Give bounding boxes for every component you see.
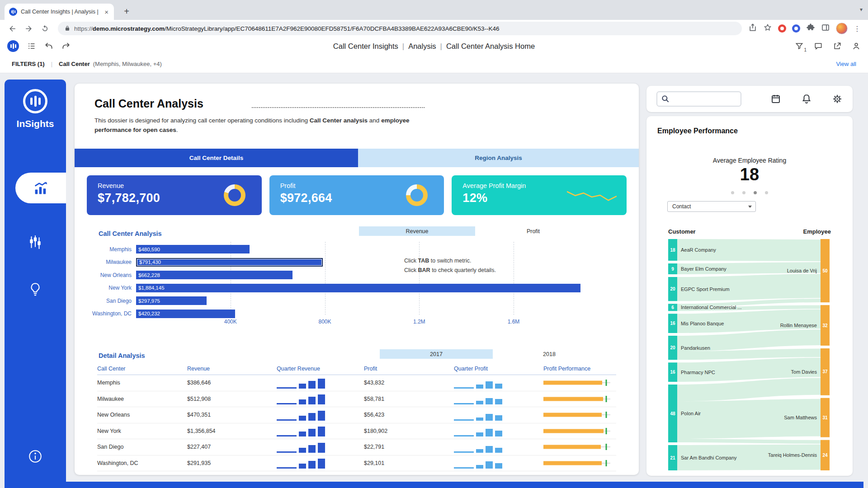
spark-bar <box>476 432 483 436</box>
bar-chart-axis-tick: 800K <box>311 319 339 325</box>
sankey-node-value: 50 <box>822 268 828 273</box>
performance-fill <box>543 461 602 465</box>
cell-profit: $56,423 <box>364 412 454 418</box>
year-toggle-2018[interactable]: 2018 <box>493 349 606 359</box>
contents-list-icon[interactable] <box>27 42 36 51</box>
browser-tabstrip: Call Center Insights | Analysis | × + ▾ <box>0 0 868 20</box>
settings-gear-icon[interactable] <box>832 94 843 104</box>
bar-chart-bar[interactable]: $480,590 <box>136 245 250 253</box>
share-page-icon[interactable] <box>748 23 757 34</box>
sankey-node-value: 20 <box>670 286 675 291</box>
bar-chart-row: San Diego$297,975 <box>75 296 639 305</box>
metric-toggle-revenue[interactable]: Revenue <box>359 226 475 236</box>
bar-chart-bar[interactable]: $1,884,145 <box>136 284 580 292</box>
bar-chart-category-label: New York <box>75 285 132 291</box>
year-toggle-2017[interactable]: 2017 <box>380 349 493 359</box>
profile-avatar[interactable] <box>836 23 848 34</box>
breadcrumb-chapter: Analysis <box>408 42 436 51</box>
extensions-puzzle-icon[interactable] <box>806 23 815 34</box>
account-icon[interactable] <box>852 42 861 51</box>
calendar-icon[interactable] <box>770 94 781 104</box>
extension-icon[interactable] <box>792 24 800 33</box>
table-column-header[interactable]: Profit <box>364 366 454 372</box>
kpi-card-profit[interactable]: Profit $972,664 <box>269 175 444 215</box>
back-button[interactable] <box>5 22 19 35</box>
new-tab-button[interactable]: + <box>120 5 133 18</box>
sankey-flow[interactable] <box>677 441 821 442</box>
browser-menu-icon[interactable]: ⋮ <box>854 24 861 33</box>
library-action-bar <box>646 86 853 112</box>
table-row[interactable]: Milwaukee$512,908$58,781 <box>97 391 616 408</box>
tab-search-caret-icon[interactable]: ▾ <box>860 6 863 13</box>
filter-values[interactable]: (Memphis, Milwaukee, +4) <box>93 61 162 67</box>
view-all-link[interactable]: View all <box>836 61 856 67</box>
carousel-dot-active[interactable] <box>754 191 757 194</box>
kpi-card-revenue[interactable]: Revenue $7,782,700 <box>87 175 262 215</box>
forward-button[interactable] <box>22 22 35 35</box>
side-panel-icon[interactable] <box>821 23 830 34</box>
filter-name[interactable]: Call Center <box>59 61 90 67</box>
share-export-icon[interactable] <box>833 42 842 51</box>
cell-profit: $58,781 <box>364 396 454 402</box>
kpi-card-avg-profit-margin[interactable]: Average Profit Margin 12% <box>452 175 627 215</box>
spark-bar <box>318 379 325 389</box>
table-column-header[interactable]: Quarter Profit <box>454 366 543 372</box>
comments-icon[interactable] <box>814 42 823 51</box>
tab-region-analysis[interactable]: Region Analysis <box>358 149 639 167</box>
performance-fill <box>543 397 603 401</box>
cell-call-center: Memphis <box>97 380 187 386</box>
table-column-header[interactable]: Call Center <box>97 366 187 372</box>
table-row[interactable]: San Diego$227,407$22,791 <box>97 439 616 455</box>
dossier-title: Call Center Analysis <box>94 97 203 110</box>
metric-toggle-profit[interactable]: Profit <box>475 226 591 236</box>
sankey-flow[interactable] <box>677 338 821 344</box>
carousel-dot[interactable] <box>765 191 768 194</box>
notifications-bell-icon[interactable] <box>801 94 812 104</box>
chart-instructions: Click TAB to switch metric. Click BAR to… <box>404 256 496 275</box>
filter-icon[interactable]: 1 <box>795 42 804 51</box>
bar-chart-bar[interactable]: $420,232 <box>136 310 235 318</box>
browser-tab[interactable]: Call Center Insights | Analysis | × <box>5 4 114 20</box>
sankey-node-value: 32 <box>822 323 828 328</box>
reload-button[interactable] <box>38 22 52 35</box>
filters-label[interactable]: FILTERS (1) <box>12 61 45 67</box>
redo-icon[interactable] <box>61 42 71 51</box>
table-row[interactable]: Washington, DC$291,935$29,101 <box>97 455 616 472</box>
table-row[interactable]: New York$1,356,854$180,902 <box>97 423 616 440</box>
sankey-flow[interactable] <box>677 386 821 393</box>
search-box[interactable] <box>656 91 741 107</box>
url-bar[interactable]: https://demo.microstrategy.com/MicroStra… <box>58 22 742 35</box>
sankey-flow[interactable] <box>677 353 821 356</box>
spark-bar <box>495 384 502 389</box>
table-column-header[interactable]: Revenue <box>187 366 277 372</box>
search-input[interactable] <box>673 96 737 103</box>
close-tab-icon[interactable]: × <box>104 8 109 16</box>
carousel-dot[interactable] <box>742 191 745 194</box>
cell-profit-performance <box>543 375 616 391</box>
bookmark-star-icon[interactable] <box>763 23 772 34</box>
sidebar-item-info[interactable] <box>28 449 43 464</box>
bar-chart-bar[interactable]: $662,228 <box>136 271 292 279</box>
table-row[interactable]: Memphis$386,646$43,832 <box>97 375 616 391</box>
table-column-header[interactable]: Quarter Revenue <box>277 366 364 372</box>
table-row[interactable]: New Orleans$470,351$56,423 <box>97 407 616 423</box>
bar-chart-bar[interactable]: $791,430 <box>136 258 323 267</box>
tab-call-center-details[interactable]: Call Center Details <box>75 149 358 167</box>
sidebar-item-analysis[interactable] <box>15 173 66 203</box>
microstrategy-logo-icon[interactable] <box>7 40 19 52</box>
bar-chart-bar[interactable]: $297,975 <box>136 296 207 305</box>
description-bold: Call Center analysis <box>310 117 368 124</box>
cell-revenue: $512,908 <box>187 396 277 402</box>
bar-chart-row: New York$1,884,145 <box>75 283 639 293</box>
metric-toggle: Revenue Profit <box>359 226 591 236</box>
performance-fill <box>543 429 604 433</box>
table-column-header[interactable]: Profit Performance <box>543 366 616 372</box>
performance-fill <box>543 445 601 449</box>
spark-bar <box>318 427 325 436</box>
undo-icon[interactable] <box>44 42 53 51</box>
carousel-dot[interactable] <box>731 191 734 194</box>
extension-icon[interactable] <box>778 24 786 33</box>
sidebar-item-insights[interactable] <box>28 282 43 297</box>
sidebar-item-candlestick[interactable] <box>28 235 43 250</box>
metric-dropdown[interactable]: Contact <box>667 201 756 212</box>
